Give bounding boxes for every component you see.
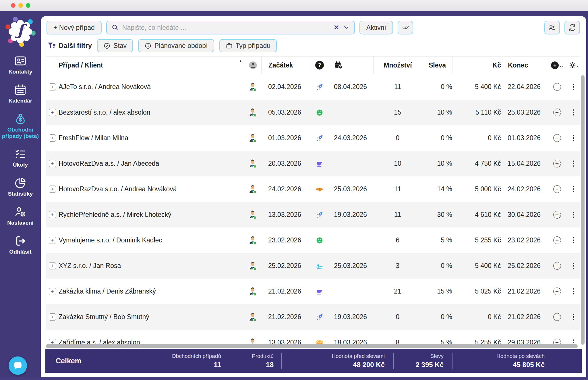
filter-chip-stav[interactable]: Stav (97, 39, 133, 52)
add-product-button[interactable]: + (553, 262, 561, 270)
planned-date: 19.03.2026 (329, 202, 373, 227)
add-product-button[interactable]: + (553, 288, 561, 295)
row-menu-button[interactable] (573, 135, 574, 141)
more-filters-button[interactable]: Další filtry (47, 41, 92, 50)
header-end-label: Konec (508, 61, 528, 69)
sidebar-item-statistiky[interactable]: Statistiky (0, 177, 41, 197)
expand-row-button[interactable]: + (49, 186, 56, 193)
search-input[interactable] (122, 24, 330, 32)
header-discount[interactable]: Sleva (422, 57, 452, 74)
chat-button[interactable] (9, 356, 27, 375)
sidebar-item-kontakty[interactable]: Kontakty (0, 55, 41, 75)
end-date: 29.03.2026 (501, 330, 547, 345)
header-price[interactable]: Kč (452, 57, 501, 74)
header-column-settings[interactable]: . (567, 57, 580, 74)
table-row[interactable]: + Zakázka Smutný / Bob Smutný 21.02.2026… (46, 304, 580, 330)
add-product-button[interactable]: + (553, 160, 561, 167)
sidebar-item-kalendar[interactable]: Kalendář (0, 84, 41, 104)
table-row[interactable]: + AJeTo s.r.o. / Andrea Nováková 02.04.2… (46, 74, 580, 100)
quantity: 10 (373, 151, 422, 176)
add-product-button[interactable]: + (553, 313, 561, 321)
bulk-done-button[interactable] (398, 21, 413, 34)
table-row[interactable]: + Zakázka klima / Denis Zábranský 21.02.… (46, 279, 580, 304)
table-row[interactable]: + RychlePřehledně a.s. / Mirek Lhotecký … (46, 202, 580, 227)
expand-row-button[interactable]: + (49, 134, 56, 142)
summary-cases-label: Obchodních případů (172, 353, 221, 359)
table-header: Případ / Klient ▲ Začátek ? Množství Sle… (46, 56, 580, 74)
expand-row-button[interactable]: + (49, 313, 56, 321)
filter-chip-planovane-obdobi[interactable]: Plánované období (138, 39, 214, 52)
sidebar-item-nastaveni[interactable]: Nastavení (0, 206, 41, 226)
horizontal-scrollbar[interactable] (46, 344, 578, 348)
end-date: 25.03.2026 (501, 100, 547, 125)
expand-row-button[interactable]: + (49, 288, 56, 295)
add-product-button[interactable]: + (553, 83, 561, 91)
summary-total-label: Celkem (56, 357, 81, 365)
row-menu-button[interactable] (573, 237, 574, 244)
sidebar-item-ukoly[interactable]: Úkoly (0, 148, 41, 168)
header-assignee[interactable] (244, 57, 261, 74)
row-menu-button[interactable] (573, 109, 574, 116)
vertical-scrollbar[interactable] (581, 75, 585, 345)
add-product-button[interactable]: + (553, 185, 561, 193)
new-case-button[interactable]: + Nový případ (47, 21, 102, 34)
active-filter-button[interactable]: Aktivní (359, 21, 393, 34)
sidebar-item-obchodni-pripady[interactable]: Obchodní případy (beta) (0, 113, 41, 139)
planned-date: 25.03.2026 (329, 253, 373, 279)
add-product-button[interactable]: + (553, 211, 561, 219)
quantity: 11 (373, 202, 422, 227)
add-product-button[interactable]: + (553, 134, 561, 142)
table-row[interactable]: + XYZ s.r.o. / Jan Rosa 25.02.2026 25.03… (46, 253, 580, 279)
case-type-icon (310, 202, 329, 227)
clock-icon (144, 42, 152, 49)
expand-row-button[interactable]: + (49, 237, 56, 244)
table-row[interactable]: + HotovoRazDva s.r.o. / Andrea Nováková … (46, 176, 580, 202)
header-end[interactable]: Konec (501, 57, 547, 74)
row-menu-button[interactable] (573, 314, 574, 320)
filter-chip-typ-pripadu[interactable]: Typ případu (219, 39, 277, 52)
discount: 10 % (422, 100, 452, 125)
header-case-type[interactable]: ? (310, 57, 329, 74)
header-planned-date[interactable] (329, 57, 373, 74)
search-field[interactable]: ✕ (106, 21, 355, 34)
row-menu-button[interactable] (573, 186, 574, 192)
table-row[interactable]: + Bezstarostí s.r.o. / alex absolon 05.0… (46, 100, 580, 125)
summary-value-before-discounts: Hodnota před slevami 48 200 Kč (332, 353, 385, 369)
window-bottom-edge (0, 377, 588, 380)
add-product-button[interactable]: + (553, 109, 561, 116)
chevron-down-icon[interactable] (343, 24, 350, 31)
expand-row-button[interactable]: + (49, 109, 56, 116)
expand-row-button[interactable]: + (49, 211, 56, 218)
expand-row-button[interactable]: + (49, 160, 56, 167)
expand-row-button[interactable]: + (49, 262, 56, 269)
row-menu-button[interactable] (573, 263, 574, 269)
start-date: 05.03.2026 (261, 100, 310, 125)
row-menu-button[interactable] (573, 161, 574, 167)
header-discount-label: Sleva (429, 61, 446, 69)
maximize-window-button[interactable] (26, 3, 30, 8)
clear-search-icon[interactable]: ✕ (334, 24, 339, 31)
header-price-label: Kč (493, 61, 501, 69)
app-logo[interactable]: ƒ (5, 17, 35, 47)
refresh-button[interactable] (564, 21, 580, 34)
row-menu-button[interactable] (573, 84, 574, 90)
minimize-window-button[interactable] (18, 3, 23, 8)
header-quantity[interactable]: Množství (373, 57, 422, 74)
close-window-button[interactable] (11, 3, 16, 8)
row-menu-button[interactable] (573, 288, 574, 295)
table-row[interactable]: + Vymalujeme s.r.o. / Dominik Kadlec 23.… (46, 227, 580, 253)
sort-ascending-icon[interactable]: ▲ (239, 59, 242, 63)
table-row[interactable]: + HotovoRazDva a.s. / Jan Abeceda 20.03.… (46, 151, 580, 176)
row-menu-button[interactable] (573, 212, 574, 218)
assignees-button[interactable] (544, 21, 560, 34)
expand-row-button[interactable]: + (49, 339, 56, 345)
header-start[interactable]: Začátek (261, 57, 310, 74)
header-add-column[interactable]: +.. (547, 57, 567, 74)
table-row[interactable]: + FreshFlow / Milan Milna 01.03.2026 24.… (46, 125, 580, 151)
add-product-button[interactable]: + (553, 236, 561, 244)
header-case-client[interactable]: Případ / Klient ▲ (59, 57, 244, 74)
table-row[interactable]: + Zařídíme a.s. / alex absolon 13.03.202… (46, 330, 580, 345)
expand-row-button[interactable]: + (49, 83, 56, 90)
sidebar-item-odhlasit[interactable]: Odhlásit (0, 235, 41, 255)
add-product-button[interactable]: + (553, 339, 561, 345)
